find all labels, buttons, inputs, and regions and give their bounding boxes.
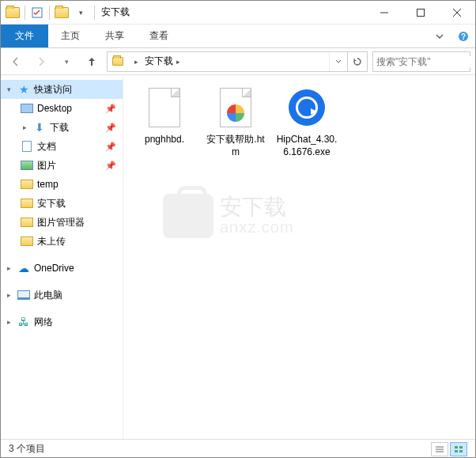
breadcrumb-root[interactable]: ▸ bbox=[128, 52, 142, 71]
folder-icon bbox=[21, 218, 33, 227]
status-bar: 3 个项目 bbox=[1, 439, 475, 458]
nav-documents[interactable]: 文档📌 bbox=[1, 137, 123, 156]
location-folder-icon bbox=[108, 57, 128, 66]
window-title: 安下载 bbox=[101, 6, 130, 19]
ribbon-tabs: 文件 主页 共享 查看 ? bbox=[1, 25, 475, 48]
file-list[interactable]: pnghhbd. 安下载帮助.htm HipChat_4.30.6.1676.e… bbox=[123, 75, 475, 439]
qat-newfolder-icon[interactable] bbox=[53, 4, 70, 21]
recent-dropdown[interactable]: ▾ bbox=[56, 51, 77, 72]
tab-view[interactable]: 查看 bbox=[137, 25, 181, 47]
maximize-button[interactable] bbox=[402, 1, 439, 25]
nav-picmanager[interactable]: 图片管理器 bbox=[1, 213, 123, 232]
svg-rect-12 bbox=[455, 446, 458, 449]
minimize-button[interactable] bbox=[366, 1, 402, 25]
nav-this-pc[interactable]: ▸此电脑 bbox=[1, 286, 123, 305]
document-icon bbox=[22, 141, 32, 152]
pin-icon: 📌 bbox=[105, 104, 119, 114]
nav-desktop[interactable]: Desktop📌 bbox=[1, 99, 123, 118]
htm-icon bbox=[220, 88, 251, 127]
pc-icon bbox=[17, 290, 30, 300]
folder-icon bbox=[21, 237, 33, 246]
network-icon: 🖧 bbox=[17, 316, 31, 328]
title-bar: ▾ 安下载 bbox=[1, 1, 475, 25]
svg-rect-15 bbox=[459, 450, 463, 452]
qat-dropdown-icon[interactable]: ▾ bbox=[72, 4, 89, 21]
ribbon-expand-icon[interactable] bbox=[428, 25, 451, 47]
folder-icon bbox=[21, 180, 33, 189]
pin-icon: 📌 bbox=[105, 161, 119, 171]
exe-icon bbox=[289, 89, 325, 126]
nav-network[interactable]: ▸🖧网络 bbox=[1, 312, 123, 331]
refresh-button[interactable] bbox=[347, 52, 367, 71]
svg-rect-14 bbox=[455, 450, 458, 452]
watermark: 安下载 anxz.com bbox=[163, 194, 294, 238]
status-text: 3 个项目 bbox=[9, 442, 45, 456]
file-item[interactable]: 安下载帮助.htm bbox=[204, 85, 267, 158]
pin-icon: 📌 bbox=[105, 123, 119, 133]
star-icon: ★ bbox=[17, 83, 31, 96]
svg-rect-2 bbox=[417, 9, 425, 16]
tab-file[interactable]: 文件 bbox=[1, 25, 48, 47]
file-name: pnghhbd. bbox=[145, 134, 184, 146]
app-icon[interactable] bbox=[4, 4, 21, 21]
pictures-icon bbox=[21, 161, 33, 170]
quick-access-toolbar: ▾ bbox=[1, 4, 93, 21]
tab-home[interactable]: 主页 bbox=[48, 25, 93, 47]
help-icon[interactable]: ? bbox=[451, 25, 475, 47]
nav-onedrive[interactable]: ▸☁OneDrive bbox=[1, 259, 123, 278]
svg-text:?: ? bbox=[461, 32, 466, 41]
address-history-dropdown[interactable] bbox=[329, 52, 347, 71]
breadcrumb-segment[interactable]: 安下载▸ bbox=[142, 52, 183, 71]
cloud-icon: ☁ bbox=[17, 262, 31, 274]
nav-quick-access[interactable]: ▾★快速访问 bbox=[1, 80, 123, 99]
nav-pictures[interactable]: 图片📌 bbox=[1, 156, 123, 175]
nav-downloads[interactable]: ▸⬇下载📌 bbox=[1, 118, 123, 137]
up-button[interactable] bbox=[81, 51, 102, 72]
view-details-button[interactable] bbox=[431, 442, 448, 456]
forward-button[interactable] bbox=[31, 51, 51, 72]
nav-notuploaded[interactable]: 未上传 bbox=[1, 232, 123, 251]
desktop-icon bbox=[21, 104, 33, 113]
folder-icon bbox=[21, 199, 33, 208]
file-icon bbox=[149, 88, 180, 127]
file-name: 安下载帮助.htm bbox=[204, 134, 267, 158]
back-button[interactable] bbox=[6, 51, 26, 72]
file-item[interactable]: HipChat_4.30.6.1676.exe bbox=[275, 85, 338, 158]
nav-anxiazai[interactable]: 安下载 bbox=[1, 194, 123, 213]
nav-temp[interactable]: temp bbox=[1, 175, 123, 194]
download-icon: ⬇ bbox=[32, 121, 47, 134]
pin-icon: 📌 bbox=[105, 142, 119, 152]
view-icons-button[interactable] bbox=[450, 442, 467, 456]
svg-rect-13 bbox=[459, 446, 463, 449]
tab-share[interactable]: 共享 bbox=[93, 25, 137, 47]
navigation-pane: ▾★快速访问 Desktop📌 ▸⬇下载📌 文档📌 图片📌 temp 安下载 图… bbox=[1, 75, 123, 439]
qat-properties-icon[interactable] bbox=[28, 4, 46, 21]
file-name: HipChat_4.30.6.1676.exe bbox=[275, 134, 338, 158]
address-bar[interactable]: ▸ 安下载▸ bbox=[107, 51, 368, 72]
search-input[interactable] bbox=[373, 56, 476, 67]
close-button[interactable] bbox=[439, 1, 475, 25]
search-box[interactable] bbox=[372, 51, 470, 72]
file-item[interactable]: pnghhbd. bbox=[133, 85, 196, 146]
navigation-bar: ▾ ▸ 安下载▸ bbox=[1, 48, 475, 75]
